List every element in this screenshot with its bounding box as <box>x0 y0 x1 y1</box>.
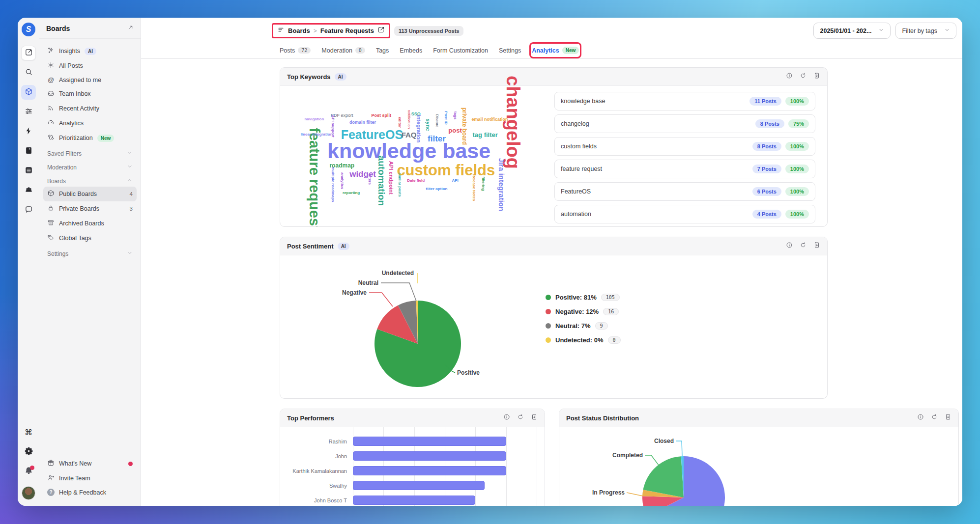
new-badge: New <box>562 47 579 54</box>
chat-rail-button[interactable] <box>21 203 36 218</box>
export-icon[interactable] <box>813 242 820 250</box>
featureos-logo[interactable]: S <box>22 23 35 36</box>
sidebar-group-settings[interactable]: Settings <box>43 246 137 259</box>
export-icon[interactable] <box>531 414 538 422</box>
notebook-rail-button[interactable] <box>21 144 36 159</box>
performers-bar-chart: RashimJohnKarthik KamalakannanSwathyJohn… <box>280 427 545 506</box>
performer-name: Rashim <box>280 439 353 444</box>
whats-new-item[interactable]: What's New <box>43 456 137 471</box>
sidebar-group-boards[interactable]: Boards <box>43 173 137 187</box>
legend-row[interactable]: Positive: 81%105 <box>546 294 621 301</box>
breadcrumb-current[interactable]: Feature Requests <box>320 27 374 34</box>
shortcuts-button[interactable]: ⌘ <box>21 425 36 440</box>
tab-form-customization[interactable]: Form Customization <box>433 45 488 58</box>
sidebar-group-moderation[interactable]: Moderation <box>43 159 137 173</box>
legend-row[interactable]: Neutral: 7%9 <box>546 322 621 330</box>
table-rail-button[interactable] <box>21 164 36 178</box>
sidebar-item-all-posts[interactable]: All Posts <box>43 58 137 73</box>
filter-by-tags-select[interactable]: Filter by tags <box>895 23 956 39</box>
cloud-word: API <box>452 179 458 183</box>
keyword-row[interactable]: custom fields8 Posts100% <box>554 137 815 156</box>
breadcrumb-separator: > <box>314 28 317 34</box>
sidebar-item-team-inbox[interactable]: Team Inbox <box>43 86 137 101</box>
info-icon[interactable] <box>786 242 793 250</box>
help-feedback-item[interactable]: ? Help & Feedback <box>43 486 137 499</box>
automation-rail-button[interactable] <box>21 124 36 139</box>
activity-icon <box>47 104 55 113</box>
tab-settings[interactable]: Settings <box>499 45 521 58</box>
match-percent-pill: 75% <box>788 119 809 128</box>
sidebar-item-insights[interactable]: Insights AI <box>43 44 137 58</box>
sidebar-item-archived-boards[interactable]: Archived Boards <box>43 216 137 231</box>
bar-row: Rashim <box>280 434 545 449</box>
refresh-icon[interactable] <box>800 72 807 81</box>
tab-tags[interactable]: Tags <box>376 45 389 58</box>
footer-item-label: Invite Team <box>59 475 90 482</box>
sidebar: Boards Insights AI All Posts @ Assigned … <box>39 18 141 506</box>
pie-slice-label: Undetected <box>382 270 414 276</box>
date-range-value: 2025/01/01 - 202... <box>820 28 871 34</box>
legend-color-dot <box>546 309 551 314</box>
post-sentiment-panel: Post Sentiment AI PositiveNegativeNeutra… <box>280 237 828 399</box>
legend-row[interactable]: Negative: 12%16 <box>546 308 621 315</box>
sidebar-item-prioritization[interactable]: Prioritization New <box>43 131 137 145</box>
user-avatar[interactable] <box>22 486 35 500</box>
sidebar-item-assigned-to-me[interactable]: @ Assigned to me <box>43 73 137 86</box>
sidebar-group-saved-filters[interactable]: Saved Filters <box>43 145 137 159</box>
posts-count-pill: 7 Posts <box>752 165 781 173</box>
export-icon[interactable] <box>813 72 820 81</box>
filters-rail-button[interactable] <box>21 105 36 119</box>
chevron-down-icon <box>878 27 884 34</box>
external-link-icon[interactable] <box>377 26 385 35</box>
app-window: S ⌘ <box>18 18 962 506</box>
refresh-icon[interactable] <box>800 242 807 250</box>
tab-embeds[interactable]: Embeds <box>400 45 422 58</box>
keyword-row[interactable]: FeatureOS6 Posts100% <box>554 182 815 201</box>
settings-button[interactable] <box>21 444 36 459</box>
sidebar-item-label: All Posts <box>59 62 83 69</box>
date-range-select[interactable]: 2025/01/01 - 202... <box>813 23 891 39</box>
invite-team-item[interactable]: Invite Team <box>43 471 137 486</box>
performer-name: John Bosco T <box>280 497 353 503</box>
info-icon[interactable] <box>786 72 793 81</box>
keyword-row[interactable]: knowledge base11 Posts100% <box>554 92 815 110</box>
sidebar-item-recent-activity[interactable]: Recent Activity <box>43 101 137 116</box>
performer-bar <box>353 451 506 461</box>
notifications-button[interactable] <box>21 464 36 479</box>
tab-posts[interactable]: Posts72 <box>280 45 311 58</box>
gift-icon <box>47 459 55 468</box>
search-button[interactable] <box>21 65 36 80</box>
lightning-icon <box>25 127 33 137</box>
sidebar-item-label: Analytics <box>59 120 84 127</box>
keyword-row[interactable]: automation4 Posts100% <box>554 205 815 223</box>
team-rail-button[interactable] <box>21 183 36 198</box>
cloud-word: multiple roadmaps <box>331 167 335 202</box>
breadcrumb-boards[interactable]: Boards <box>288 27 310 34</box>
sidebar-item-public-boards[interactable]: Public Boards 4 <box>43 187 137 201</box>
tab-moderation[interactable]: Moderation0 <box>321 45 365 58</box>
boards-rail-button[interactable] <box>21 85 36 100</box>
info-icon[interactable] <box>503 414 510 422</box>
new-badge: New <box>97 135 115 142</box>
sidebar-item-global-tags[interactable]: Global Tags <box>43 231 137 246</box>
tab-analytics[interactable]: AnalyticsNew <box>532 45 579 56</box>
refresh-icon[interactable] <box>517 414 524 422</box>
info-icon[interactable] <box>917 414 924 422</box>
cloud-word: Date field <box>407 179 425 183</box>
sidebar-item-analytics[interactable]: Analytics <box>43 116 137 131</box>
keyword-row[interactable]: changelog8 Posts75% <box>554 114 815 133</box>
refresh-icon[interactable] <box>931 414 938 422</box>
collapse-sidebar-icon[interactable] <box>127 24 134 33</box>
legend-label: Negative: 12% <box>555 308 599 315</box>
export-icon[interactable] <box>945 414 951 422</box>
compose-button[interactable] <box>21 46 36 60</box>
keyword-term: feature request <box>561 165 602 172</box>
keyword-row[interactable]: feature request7 Posts100% <box>554 160 815 178</box>
posts-count-pill: 8 Posts <box>752 142 781 151</box>
chevron-down-icon <box>127 164 133 171</box>
tab-count: 72 <box>298 47 311 54</box>
main-area: Boards > Feature Requests 113 Unprocesse… <box>141 18 962 506</box>
sidebar-item-private-boards[interactable]: Private Boards 3 <box>43 201 137 216</box>
legend-row[interactable]: Undetected: 0%0 <box>546 336 621 344</box>
gear-icon <box>25 447 33 457</box>
